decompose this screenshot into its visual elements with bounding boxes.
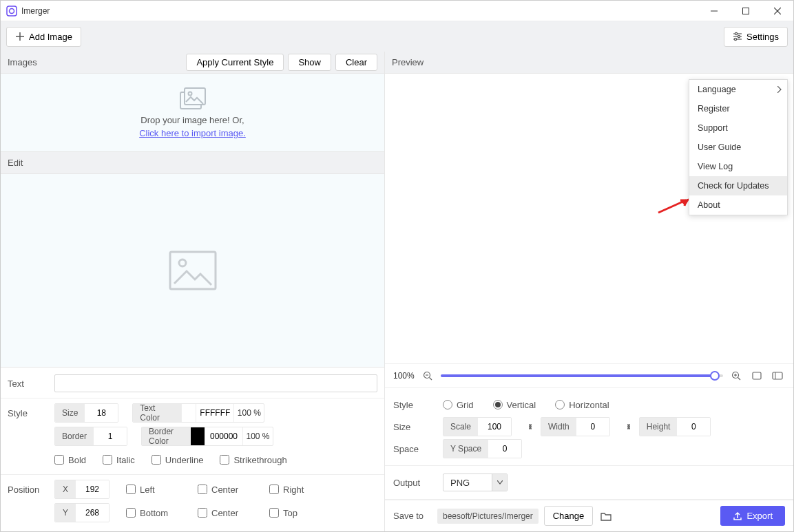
- menu-support[interactable]: Support: [689, 118, 787, 138]
- menu-user-guide[interactable]: User Guide: [689, 138, 787, 157]
- size-field[interactable]: Size: [54, 403, 118, 423]
- text-color-field[interactable]: Text Color 100 %: [132, 403, 264, 423]
- border-color-opacity[interactable]: 100 %: [242, 427, 273, 445]
- scale-input[interactable]: [478, 418, 511, 436]
- size-input[interactable]: [85, 404, 118, 422]
- bottom-checkbox[interactable]: Bottom: [126, 508, 181, 518]
- chevron-right-icon: [777, 86, 782, 93]
- settings-menu: Language Register Support User Guide Vie…: [689, 79, 788, 215]
- svg-point-11: [738, 35, 740, 37]
- save-bar: Save to beesoft/Pictures/Imerger Change …: [385, 500, 793, 531]
- border-input[interactable]: [94, 427, 127, 445]
- bold-checkbox[interactable]: Bold: [54, 455, 86, 465]
- export-label: Export: [746, 511, 773, 521]
- text-color-hex[interactable]: [196, 404, 233, 422]
- svg-rect-0: [7, 6, 17, 16]
- x-input[interactable]: [76, 480, 109, 498]
- settings-button[interactable]: Settings: [724, 27, 788, 47]
- svg-point-18: [179, 259, 186, 266]
- app-icon: [6, 6, 17, 17]
- italic-checkbox[interactable]: Italic: [103, 455, 135, 465]
- export-button[interactable]: Export: [720, 506, 785, 526]
- vertical-radio[interactable]: Vertical: [493, 400, 536, 410]
- link-scale-width-icon[interactable]: [524, 421, 536, 433]
- border-color-hex[interactable]: [205, 427, 242, 445]
- text-color-opacity[interactable]: 100 %: [233, 404, 264, 422]
- position-label: Position: [8, 485, 54, 495]
- link-width-height-icon[interactable]: [623, 421, 635, 433]
- y-label: Y: [55, 504, 76, 522]
- text-input[interactable]: [54, 374, 377, 392]
- apply-current-style-button[interactable]: Apply Current Style: [186, 54, 284, 71]
- fit-screen-icon[interactable]: [749, 368, 764, 383]
- underline-checkbox[interactable]: Underline: [152, 455, 204, 465]
- scale-field[interactable]: Scale: [443, 417, 512, 436]
- save-to-label: Save to: [393, 511, 432, 521]
- width-label: Width: [541, 418, 576, 436]
- menu-language[interactable]: Language: [689, 80, 787, 99]
- center-v-checkbox[interactable]: Center: [198, 508, 253, 518]
- close-button[interactable]: [762, 1, 793, 21]
- preview-header: Preview: [385, 52, 793, 74]
- right-style-label: Style: [393, 400, 443, 410]
- horizontal-radio[interactable]: Horizontal: [555, 400, 609, 410]
- add-image-button[interactable]: Add Image: [6, 27, 81, 47]
- height-field[interactable]: Height: [639, 417, 711, 436]
- height-input[interactable]: [677, 418, 710, 436]
- border-color-swatch[interactable]: [190, 427, 205, 445]
- border-label: Border: [55, 427, 94, 445]
- open-folder-icon[interactable]: [598, 509, 614, 524]
- zoom-slider[interactable]: [441, 374, 723, 377]
- toolbar: Add Image Settings: [1, 21, 793, 52]
- grid-radio[interactable]: Grid: [443, 400, 474, 410]
- svg-line-20: [429, 378, 432, 381]
- window-title: Imerger: [21, 6, 698, 16]
- output-section: Output PNG: [385, 466, 793, 500]
- left-checkbox[interactable]: Left: [126, 485, 181, 495]
- x-field[interactable]: X: [54, 480, 109, 499]
- y-input[interactable]: [76, 504, 109, 522]
- zoom-in-icon[interactable]: [729, 368, 744, 383]
- svg-point-13: [734, 38, 736, 40]
- images-header: Images Apply Current Style Show Clear: [1, 52, 384, 74]
- export-icon: [733, 511, 742, 521]
- left-column: Images Apply Current Style Show Clear Dr…: [1, 52, 385, 531]
- yspace-input[interactable]: [488, 440, 521, 458]
- text-color-swatch[interactable]: [181, 404, 196, 422]
- width-field[interactable]: Width: [541, 417, 610, 436]
- save-path: beesoft/Pictures/Imerger: [437, 509, 539, 524]
- right-column: Preview 100% Style Grid Vertical Horizon…: [385, 52, 793, 531]
- svg-rect-3: [743, 8, 749, 14]
- center-h-checkbox[interactable]: Center: [198, 485, 253, 495]
- image-placeholder-icon: [169, 251, 217, 290]
- y-field[interactable]: Y: [54, 503, 109, 522]
- border-field[interactable]: Border: [54, 427, 127, 446]
- menu-view-log[interactable]: View Log: [689, 157, 787, 176]
- maximize-button[interactable]: [730, 1, 762, 21]
- clear-button[interactable]: Clear: [335, 54, 377, 71]
- menu-about[interactable]: About: [689, 195, 787, 215]
- menu-check-updates[interactable]: Check for Updates: [689, 176, 787, 195]
- top-checkbox[interactable]: Top: [269, 508, 297, 518]
- menu-register[interactable]: Register: [689, 99, 787, 118]
- main: Images Apply Current Style Show Clear Dr…: [1, 52, 793, 531]
- minimize-button[interactable]: [698, 1, 730, 21]
- images-stack-icon: [178, 87, 207, 112]
- svg-line-23: [738, 378, 741, 381]
- border-color-field[interactable]: Border Color 100 %: [141, 427, 273, 446]
- height-label: Height: [640, 418, 678, 436]
- width-input[interactable]: [576, 418, 609, 436]
- change-button[interactable]: Change: [544, 506, 594, 526]
- yspace-field[interactable]: Y Space: [443, 439, 522, 458]
- zoom-out-icon[interactable]: [420, 368, 435, 383]
- strikethrough-checkbox[interactable]: Strikethrough: [220, 455, 286, 465]
- drop-zone[interactable]: Drop your image here! Or, Click here to …: [1, 74, 384, 152]
- show-button[interactable]: Show: [288, 54, 331, 71]
- import-link[interactable]: Click here to import image.: [139, 128, 246, 138]
- actual-size-icon[interactable]: [770, 368, 785, 383]
- right-checkbox[interactable]: Right: [269, 485, 304, 495]
- plus-icon: [15, 32, 25, 41]
- text-label: Text: [8, 379, 54, 389]
- output-format-select[interactable]: PNG: [443, 474, 508, 491]
- style-label: Style: [8, 408, 54, 418]
